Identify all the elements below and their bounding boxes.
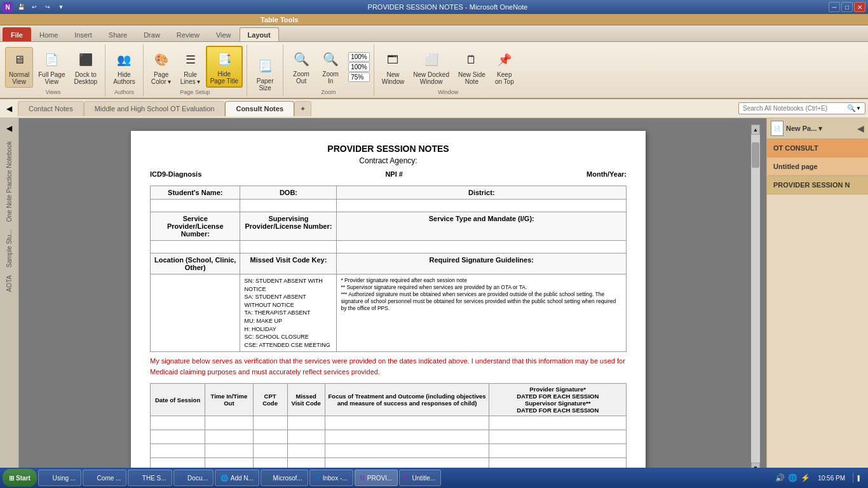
taskbar-item-add-n[interactable]: 🌐 Add N... bbox=[215, 470, 259, 486]
tray-icon-3[interactable]: ⚡ bbox=[800, 473, 810, 483]
dropdown-quick-btn[interactable]: ▼ bbox=[55, 2, 67, 12]
zoom-label: Zoom bbox=[321, 88, 336, 95]
onenote-app-icon: N bbox=[3, 2, 13, 12]
taskbar-item-untitle[interactable]: N Untitle... bbox=[399, 470, 441, 486]
dob-value[interactable] bbox=[240, 200, 337, 212]
redo-quick-btn[interactable]: ↪ bbox=[42, 2, 53, 12]
collapse-panel-btn[interactable]: ◀ bbox=[857, 123, 864, 133]
hide-page-title-btn[interactable]: 📑 HidePage Title bbox=[206, 46, 243, 88]
close-btn[interactable]: ✕ bbox=[854, 2, 865, 12]
sidebar-toggle-btn[interactable]: ◀ bbox=[2, 121, 17, 136]
zoom-in-btn[interactable]: 🔍 ZoomIn bbox=[316, 46, 344, 87]
tab-home[interactable]: Home bbox=[31, 27, 66, 41]
tab-contact-notes[interactable]: Contact Notes bbox=[18, 101, 84, 116]
chrome-icon: 🌐 bbox=[220, 475, 228, 482]
search-input[interactable] bbox=[743, 105, 847, 112]
dob-cell: DOB: bbox=[240, 186, 337, 200]
tab-consult-notes[interactable]: Consult Notes bbox=[225, 101, 294, 116]
new-docked-window-btn[interactable]: ⬜ New DockedWindow bbox=[409, 47, 453, 88]
new-window-btn[interactable]: 🗔 NewWindow bbox=[378, 47, 409, 88]
district-cell: District: bbox=[337, 186, 627, 200]
taskbar-item-microsof[interactable]: X Microsof... bbox=[261, 470, 308, 486]
section-untitled-page[interactable]: Untitled page bbox=[767, 158, 868, 176]
tab-new[interactable]: ✦ bbox=[294, 101, 311, 116]
taskbar-item-the-s-w[interactable]: W THE S... bbox=[128, 470, 172, 486]
scroll-thumb[interactable] bbox=[752, 142, 759, 168]
tab-review[interactable]: Review bbox=[168, 27, 208, 41]
tray-icon-2[interactable]: 🌐 bbox=[787, 473, 797, 483]
sig-guidelines-content: * Provider signature required after each… bbox=[341, 277, 622, 312]
supervising-provider-value[interactable] bbox=[240, 241, 337, 254]
save-quick-btn[interactable]: 💾 bbox=[15, 2, 27, 12]
table-row bbox=[151, 444, 627, 458]
zoom-100-top[interactable]: 100% bbox=[348, 52, 370, 62]
npi-label: NPI # bbox=[385, 170, 403, 178]
service-provider-value[interactable] bbox=[151, 241, 240, 254]
zoom-levels: 100% 100% 75% bbox=[348, 52, 370, 82]
normal-view-icon: 🖥 bbox=[9, 50, 29, 70]
keep-on-top-btn[interactable]: 📌 Keepon Top bbox=[491, 47, 519, 88]
taskbar-item-come-w[interactable]: W Come ... bbox=[83, 470, 126, 486]
zoom-in-icon: 🔍 bbox=[320, 49, 341, 69]
table-row-providers: Service Provider/License Number: Supervi… bbox=[151, 212, 627, 241]
new-side-note-btn[interactable]: 🗒 New SideNote bbox=[454, 47, 489, 88]
section-ot-consult[interactable]: OT CONSULT bbox=[767, 139, 868, 158]
missed-key-content: SN: STUDENT ABSENT WITH NOTICE SA: STUDE… bbox=[244, 277, 332, 349]
undo-quick-btn[interactable]: ↩ bbox=[29, 2, 40, 12]
signature-note: My signature below serves as verificatio… bbox=[150, 356, 627, 377]
taskbar: ⊞ Start W Using ... W Come ... W THE S..… bbox=[0, 468, 868, 488]
taskbar-item-inbox[interactable]: ✉ Inbox -... bbox=[309, 470, 353, 486]
scroll-up-btn[interactable]: ▲ bbox=[751, 125, 760, 135]
new-page-btn[interactable]: 📄 New Pa... ▾ bbox=[771, 121, 822, 136]
paper-size-btn[interactable]: 📃 PaperSize bbox=[251, 53, 279, 94]
service-type-cell: Service Type and Mandate (I/G): bbox=[337, 212, 627, 241]
location-value[interactable] bbox=[151, 274, 240, 352]
show-desktop-btn[interactable]: ▌ bbox=[853, 473, 863, 483]
section-provider-session[interactable]: PROVIDER SESSION N bbox=[767, 176, 868, 194]
hide-page-title-icon: 📑 bbox=[214, 49, 234, 69]
right-panel: 📄 New Pa... ▾ ◀ OT CONSULT Untitled page… bbox=[766, 118, 868, 479]
tab-share[interactable]: Share bbox=[100, 27, 135, 41]
note-content-area[interactable]: PROVIDER SESSION NOTES Contract Agency: … bbox=[19, 118, 766, 479]
table-tools-bar: Table Tools bbox=[0, 14, 868, 25]
full-page-view-btn[interactable]: 📄 Full PageView bbox=[34, 47, 69, 88]
restore-btn[interactable]: □ bbox=[841, 2, 853, 12]
note-page: PROVIDER SESSION NOTES Contract Agency: … bbox=[131, 131, 646, 473]
page-tabs: Contact Notes Middle and High School OT … bbox=[18, 101, 738, 116]
taskbar-item-docu-w[interactable]: W Docu... bbox=[173, 470, 214, 486]
taskbar-item-provi-n[interactable]: N PROVI... bbox=[355, 470, 398, 486]
note-page-title: PROVIDER SESSION NOTES bbox=[150, 144, 627, 154]
page-setup-buttons: 🎨 PageColor ▾ ☰ RuleLines ▾ 📑 HidePage T… bbox=[147, 46, 243, 88]
dock-to-desktop-btn[interactable]: ⬛ Dock toDesktop bbox=[70, 47, 101, 88]
hide-authors-btn[interactable]: 👥 HideAuthors bbox=[109, 47, 139, 88]
search-icon[interactable]: 🔍 bbox=[847, 104, 856, 112]
tab-middle-hs-ot[interactable]: Middle and High School OT Evaluation bbox=[84, 101, 226, 116]
missed-visit-codes-cell: SN: STUDENT ABSENT WITH NOTICE SA: STUDE… bbox=[240, 274, 337, 352]
service-type-value[interactable] bbox=[337, 241, 627, 254]
zoom-75[interactable]: 75% bbox=[348, 72, 370, 82]
taskbar-item-using-w[interactable]: W Using ... bbox=[38, 470, 81, 486]
windows-logo: ⊞ bbox=[9, 475, 14, 482]
normal-view-btn[interactable]: 🖥 NormalView bbox=[5, 47, 33, 88]
student-name-value[interactable] bbox=[151, 200, 240, 212]
zoom-out-btn[interactable]: 🔍 ZoomOut bbox=[287, 46, 315, 87]
tab-insert[interactable]: Insert bbox=[66, 27, 100, 41]
rule-lines-btn[interactable]: ☰ RuleLines ▾ bbox=[177, 47, 205, 88]
district-value[interactable] bbox=[337, 200, 627, 212]
window-buttons: 🗔 NewWindow ⬜ New DockedWindow 🗒 New Sid… bbox=[378, 46, 519, 88]
tab-file[interactable]: File bbox=[3, 27, 31, 41]
search-dropdown-icon[interactable]: ▼ bbox=[856, 105, 861, 111]
tab-view[interactable]: View bbox=[208, 27, 240, 41]
sidebar-item-aota[interactable]: AOTA bbox=[6, 273, 13, 294]
zoom-100-mid[interactable]: 100% bbox=[348, 62, 370, 72]
tab-layout[interactable]: Layout bbox=[240, 27, 279, 41]
nav-back-arrow[interactable]: ◀ bbox=[3, 101, 15, 116]
tray-icon-1[interactable]: 🔊 bbox=[775, 473, 785, 483]
minimize-btn[interactable]: ─ bbox=[829, 2, 840, 12]
tab-draw[interactable]: Draw bbox=[135, 27, 168, 41]
paper-size-icon: 📃 bbox=[255, 56, 275, 76]
sidebar-item-one-note[interactable]: One Note Practice Notebook bbox=[6, 139, 13, 224]
start-button[interactable]: ⊞ Start bbox=[3, 469, 37, 487]
sidebar-item-sample[interactable]: Sample Stu... bbox=[6, 227, 13, 270]
page-color-btn[interactable]: 🎨 PageColor ▾ bbox=[147, 47, 175, 88]
